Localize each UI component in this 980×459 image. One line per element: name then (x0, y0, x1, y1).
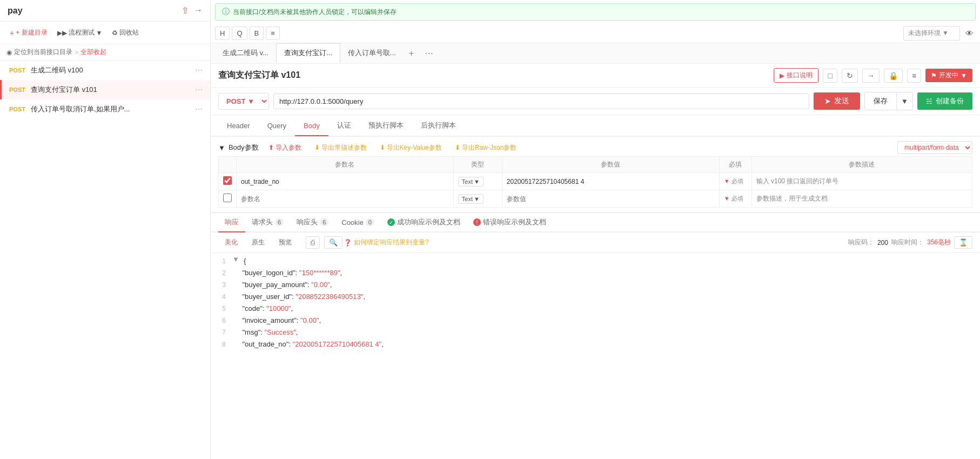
col-checkbox (219, 157, 237, 173)
create-backup-button[interactable]: ☵ 创建备份 (917, 92, 972, 110)
method-select[interactable]: POST ▼ (218, 93, 269, 110)
upload-icon[interactable]: ⇧ (182, 5, 189, 16)
recycle-button[interactable]: ♻ 回收站 (109, 26, 142, 39)
export-raw-button[interactable]: ⬇ 导出Raw-Json参数 (452, 142, 520, 154)
tab-generate-qr[interactable]: 生成二维码 v... (215, 44, 276, 63)
api-title-row: 查询支付宝订单 v101 ▶ 接口说明 □ ↻ → 🔒 ≡ ⚑ 开发中 ▼ (211, 64, 980, 88)
main-toolbar: H Q B ≡ 未选择环境 ▼ 👁 (211, 24, 980, 43)
import-params-button[interactable]: ⬆ 导入参数 (265, 142, 305, 154)
sidebar-item-query-alipay[interactable]: POST 查询支付宝订单 v101 ⋯ (0, 80, 210, 99)
b-button[interactable]: B (250, 26, 264, 40)
fold-button[interactable]: ▼ (232, 255, 241, 267)
code-line: 2 "buyer_logon_id": "150******89", (211, 267, 980, 279)
item-more-icon[interactable]: ⋯ (195, 105, 203, 114)
item-name: 查询支付宝订单 v101 (31, 85, 195, 95)
code-line: 5 "code": "10000", (211, 303, 980, 315)
more-button[interactable]: ≡ (907, 69, 921, 83)
body-params-title[interactable]: ▼ Body参数 (218, 143, 259, 152)
arrow-up-icon: ⬆ (269, 144, 274, 151)
response-tab-error-example[interactable]: ! 错误响应示例及文档 (467, 213, 553, 232)
tab-body[interactable]: Body (295, 116, 328, 136)
form-type-select[interactable]: multipart/form-data (897, 141, 972, 154)
download-response-button[interactable]: ⌛ (954, 236, 972, 249)
main-content: ⓘ 当前接口/文档尚未被其他协作人员锁定，可以编辑并保存 H Q B ≡ 未选择… (211, 0, 980, 459)
new-directory-button[interactable]: + 新建目录 (6, 26, 51, 39)
tab-more-button[interactable]: ⋯ (419, 45, 439, 62)
table-row: Text ▼ ▼ 必填 参数描述，用于生成文档 (219, 190, 972, 208)
param-value-input[interactable] (507, 178, 715, 185)
search-response-button[interactable]: 🔍 (324, 236, 343, 249)
param-value-input[interactable] (507, 195, 715, 203)
eye-button[interactable]: 👁 (963, 26, 976, 40)
export-desc-button[interactable]: ⬇ 导出带描述参数 (311, 142, 370, 154)
collapse-label[interactable]: 全部收起 (80, 48, 106, 57)
tab-query[interactable]: Query (259, 116, 295, 136)
item-name: 传入订单号取消订单,如果用户... (31, 104, 195, 114)
save-dropdown-button[interactable]: ▼ (896, 94, 912, 109)
sidebar: pay ⇧ → + 新建目录 ▶▶ 流程测试 ▼ ♻ 回收站 ◉ 定位到当前接口… (0, 0, 211, 459)
response-tab-preview[interactable]: 预览 (272, 236, 298, 249)
settings-button[interactable]: ≡ (266, 26, 280, 40)
env-select[interactable]: 未选择环境 ▼ (903, 26, 960, 41)
param-name-input[interactable] (241, 195, 449, 203)
param-required: ▼ 必填 (724, 178, 743, 184)
tabs-row: 生成二维码 v... 查询支付宝订... 传入订单号取... + ⋯ (211, 43, 980, 64)
param-checkbox[interactable] (223, 194, 232, 202)
send-button[interactable]: ➤ 发送 (814, 92, 860, 110)
locate-label[interactable]: 定位到当前接口目录 (14, 48, 72, 57)
tab-query-alipay[interactable]: 查询支付宝订... (276, 43, 340, 63)
save-button[interactable]: 保存 (865, 92, 896, 110)
h-button[interactable]: H (215, 26, 230, 40)
response-tab-raw[interactable]: 原生 (245, 236, 271, 249)
item-more-icon[interactable]: ⋯ (195, 85, 203, 94)
param-type-button[interactable]: Text ▼ (458, 177, 484, 187)
dev-status-button[interactable]: ⚑ 开发中 ▼ (925, 69, 972, 82)
param-desc: 输入 v100 接口返回的订单号 (756, 177, 839, 185)
api-title: 查询支付宝订单 v101 (218, 70, 300, 81)
response-tab-response-headers[interactable]: 响应头 6 (290, 213, 335, 232)
response-tab-request-headers[interactable]: 请求头 6 (245, 213, 290, 232)
params-table: 参数名 类型 参数值 必填 参数描述 (218, 156, 972, 208)
copy-response-button[interactable]: ⎙ (306, 236, 320, 249)
copy-button[interactable]: □ (823, 69, 837, 83)
export-kv-button[interactable]: ⬇ 导出Key-Value参数 (377, 142, 445, 154)
tab-post-script[interactable]: 后执行脚本 (412, 115, 465, 137)
tab-header[interactable]: Header (218, 116, 259, 136)
save-btn-group: 保存 ▼ (864, 92, 913, 110)
response-section: 响应 请求头 6 响应头 6 Cookie 0 ✓ 成功响应示例及文档 ! 错误… (211, 212, 980, 459)
response-tab-cookie[interactable]: Cookie 0 (335, 214, 381, 232)
sidebar-item-cancel-order[interactable]: POST 传入订单号取消订单,如果用户... ⋯ (0, 99, 210, 119)
param-type-button[interactable]: Text ▼ (458, 194, 484, 204)
q-button[interactable]: Q (232, 26, 247, 40)
code-line: 7 "msg": "Success", (211, 327, 980, 338)
question-icon: ❓ (344, 239, 352, 247)
flow-test-button[interactable]: ▶▶ 流程测试 ▼ (54, 26, 106, 39)
param-name-input[interactable] (241, 178, 449, 185)
code-line: 1 ▼ { (211, 255, 980, 267)
notice-bar: ⓘ 当前接口/文档尚未被其他协作人员锁定，可以编辑并保存 (215, 3, 976, 21)
item-more-icon[interactable]: ⋯ (195, 66, 203, 75)
share-icon[interactable]: → (194, 5, 203, 16)
api-explain-button[interactable]: ▶ 接口说明 (774, 68, 818, 83)
response-tools: ⎙ 🔍 (306, 236, 343, 249)
col-desc: 参数描述 (751, 157, 972, 173)
refresh-button[interactable]: ↻ (842, 69, 858, 83)
share-button[interactable]: → (862, 69, 880, 83)
table-row: Text ▼ ▼ 必填 输入 v100 接口返回的订单号 (219, 173, 972, 190)
tab-pre-script[interactable]: 预执行脚本 (360, 115, 412, 137)
sidebar-header-icons: ⇧ → (182, 5, 203, 16)
lock-button[interactable]: 🔒 (884, 69, 903, 83)
tab-auth[interactable]: 认证 (328, 115, 360, 137)
response-inner-tabs: 美化 原生 预览 ⎙ 🔍 ❓ 如何绑定响应结果到变量? 响应码： 200 响应时… (211, 232, 980, 253)
response-tab-beautify[interactable]: 美化 (218, 236, 244, 249)
response-tab-success-example[interactable]: ✓ 成功响应示例及文档 (381, 213, 467, 232)
chevron-down-icon: ▼ (218, 144, 225, 152)
col-required: 必填 (719, 157, 751, 173)
bind-help[interactable]: ❓ 如何绑定响应结果到变量? (344, 238, 429, 247)
tab-add-button[interactable]: + (404, 45, 419, 62)
sidebar-item-generate-qr[interactable]: POST 生成二维码 v100 ⋯ (0, 61, 210, 80)
tab-cancel-order[interactable]: 传入订单号取... (340, 44, 404, 63)
url-input[interactable] (273, 94, 809, 109)
param-checkbox[interactable] (223, 176, 232, 185)
response-tab-response[interactable]: 响应 (218, 213, 245, 232)
